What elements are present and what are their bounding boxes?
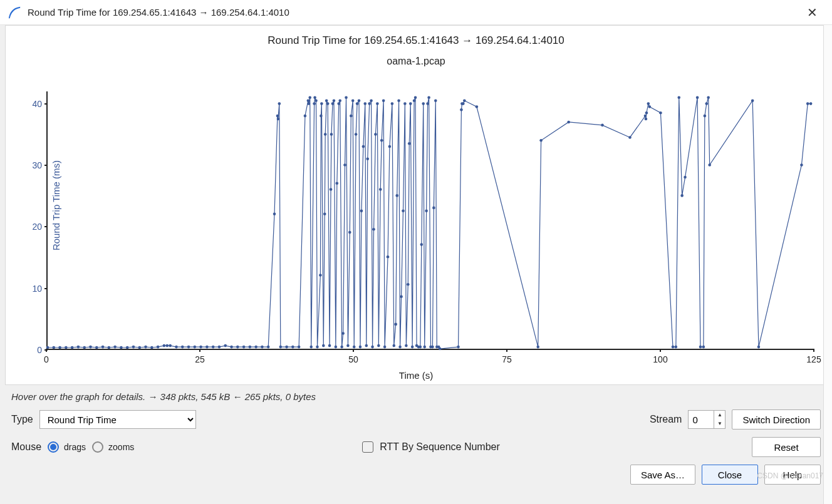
svg-point-52: [313, 96, 316, 99]
stream-input[interactable]: [689, 411, 714, 428]
svg-point-72: [340, 346, 343, 349]
svg-point-4: [71, 346, 74, 349]
svg-point-104: [392, 344, 395, 347]
svg-point-122: [420, 243, 424, 246]
window-title: Round Trip Time for 169.254.65.1:41643 →…: [28, 7, 799, 18]
action-row: Save As… Close Help: [3, 461, 829, 488]
svg-point-33: [242, 346, 246, 349]
stream-spinbox[interactable]: ▲ ▼: [688, 410, 725, 429]
svg-point-45: [298, 346, 301, 349]
mouse-label: Mouse: [11, 441, 41, 453]
svg-point-66: [331, 102, 335, 105]
svg-point-126: [426, 102, 429, 105]
type-stream-row: Type Round Trip Time Stream ▲ ▼ Switch D…: [3, 406, 829, 433]
svg-point-22: [175, 346, 178, 349]
svg-point-164: [751, 99, 754, 102]
svg-point-101: [387, 255, 390, 259]
svg-point-146: [644, 115, 647, 118]
x-axis-label: Time (s): [399, 370, 433, 381]
svg-point-156: [684, 176, 687, 179]
mouse-zooms-radio[interactable]: zooms: [92, 441, 134, 453]
svg-point-63: [328, 344, 331, 347]
rtt-seq-checkbox[interactable]: [362, 441, 373, 453]
svg-point-6: [83, 346, 86, 349]
svg-point-73: [341, 332, 345, 335]
chart-card: Round Trip Time for 169.254.65.1:41643 →…: [5, 25, 827, 385]
svg-point-144: [601, 124, 604, 127]
svg-point-93: [372, 228, 375, 231]
svg-point-48: [308, 102, 311, 105]
svg-point-57: [320, 102, 323, 105]
svg-point-62: [326, 102, 330, 105]
wireshark-fin-icon: [8, 6, 21, 19]
svg-point-86: [362, 145, 365, 148]
svg-point-5: [77, 346, 80, 349]
mouse-drags-radio[interactable]: drags: [48, 441, 86, 453]
svg-point-151: [659, 111, 662, 115]
y-tick-label: 0: [29, 345, 42, 355]
svg-point-42: [279, 346, 282, 349]
plot-area[interactable]: [46, 91, 814, 350]
chart-subtitle: oama-1.pcap: [6, 47, 826, 67]
svg-point-112: [405, 344, 408, 347]
svg-point-149: [647, 102, 650, 105]
y-tick-label: 10: [29, 284, 42, 294]
svg-point-138: [462, 102, 465, 105]
svg-point-20: [165, 344, 169, 347]
switch-direction-button[interactable]: Switch Direction: [732, 409, 821, 429]
radio-zooms-icon[interactable]: [92, 441, 103, 453]
svg-point-35: [254, 346, 257, 349]
svg-point-50: [309, 346, 313, 349]
svg-point-110: [402, 210, 405, 213]
stream-up-icon[interactable]: ▲: [714, 411, 725, 419]
stream-label: Stream: [650, 414, 682, 425]
plot-svg: [48, 91, 814, 349]
save-as-button[interactable]: Save As…: [630, 465, 695, 485]
svg-point-117: [413, 99, 416, 102]
svg-point-29: [218, 346, 221, 349]
svg-point-108: [398, 346, 402, 349]
mouse-row: Mouse drags zooms RTT By Sequence Number…: [3, 433, 829, 461]
svg-point-82: [356, 102, 359, 105]
reset-button[interactable]: Reset: [752, 437, 821, 457]
svg-point-100: [383, 346, 387, 349]
close-icon[interactable]: ✕: [799, 0, 824, 25]
svg-point-84: [359, 346, 362, 349]
svg-point-107: [397, 99, 400, 102]
x-tick-label: 0: [44, 354, 49, 364]
svg-point-1: [52, 346, 55, 349]
svg-point-113: [407, 283, 410, 286]
y-tick-label: 20: [29, 222, 42, 232]
svg-point-141: [536, 346, 539, 349]
svg-point-7: [89, 346, 92, 349]
svg-point-68: [335, 346, 338, 349]
svg-point-17: [150, 346, 153, 349]
svg-point-89: [366, 157, 369, 160]
svg-point-140: [476, 105, 479, 108]
svg-point-95: [376, 102, 379, 105]
radio-drags-icon[interactable]: [48, 441, 59, 453]
svg-point-109: [400, 296, 403, 299]
svg-point-134: [439, 347, 442, 351]
svg-point-61: [325, 99, 328, 102]
svg-point-94: [374, 133, 377, 136]
svg-point-167: [806, 102, 809, 105]
svg-point-75: [345, 96, 348, 99]
svg-point-123: [422, 102, 425, 105]
svg-point-88: [365, 344, 368, 347]
svg-point-79: [351, 99, 355, 102]
drags-label: drags: [64, 442, 86, 452]
svg-point-165: [757, 346, 761, 349]
svg-point-160: [704, 115, 707, 118]
svg-point-51: [313, 102, 316, 105]
stream-down-icon[interactable]: ▼: [714, 419, 725, 428]
svg-point-139: [463, 99, 466, 102]
svg-point-67: [333, 99, 336, 102]
svg-point-143: [567, 121, 570, 124]
close-button[interactable]: Close: [702, 465, 758, 485]
svg-point-90: [368, 102, 371, 105]
type-select[interactable]: Round Trip Time: [39, 410, 196, 429]
svg-point-159: [702, 346, 705, 349]
svg-point-147: [645, 118, 648, 121]
svg-point-98: [380, 139, 383, 142]
